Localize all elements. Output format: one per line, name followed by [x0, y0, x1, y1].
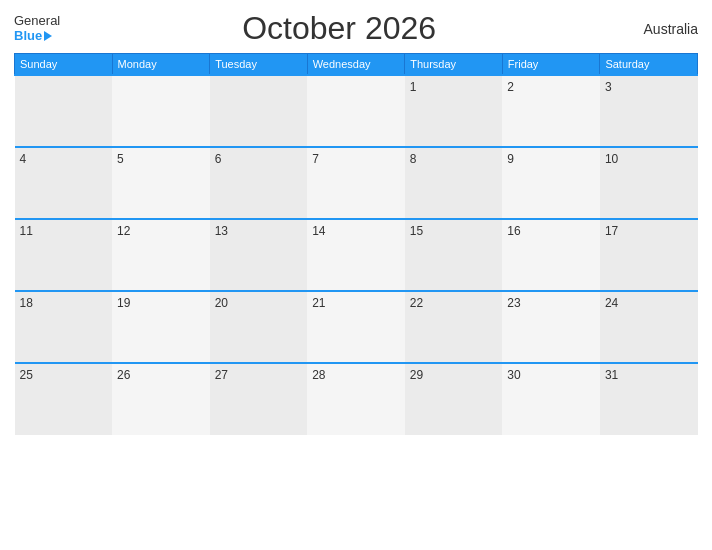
day-number-23: 23 — [507, 296, 520, 310]
header-saturday: Saturday — [600, 54, 698, 76]
day-number-25: 25 — [20, 368, 33, 382]
logo-general-text: General — [14, 14, 60, 28]
logo-triangle-icon — [44, 31, 52, 41]
day-number-8: 8 — [410, 152, 417, 166]
day-cell-21: 21 — [307, 291, 405, 363]
day-cell-28: 28 — [307, 363, 405, 435]
day-number-21: 21 — [312, 296, 325, 310]
calendar-header: General Blue October 2026 Australia — [14, 10, 698, 47]
day-cell-31: 31 — [600, 363, 698, 435]
day-cell-18: 18 — [15, 291, 113, 363]
day-cell-1: 1 — [405, 75, 503, 147]
calendar-container: General Blue October 2026 Australia Sund… — [0, 0, 712, 550]
logo: General Blue — [14, 14, 60, 43]
day-number-29: 29 — [410, 368, 423, 382]
day-number-1: 1 — [410, 80, 417, 94]
day-number-18: 18 — [20, 296, 33, 310]
day-number-3: 3 — [605, 80, 612, 94]
day-cell-7: 7 — [307, 147, 405, 219]
day-cell-3: 3 — [600, 75, 698, 147]
day-cell-23: 23 — [502, 291, 600, 363]
header-tuesday: Tuesday — [210, 54, 308, 76]
day-cell-11: 11 — [15, 219, 113, 291]
day-number-28: 28 — [312, 368, 325, 382]
header-friday: Friday — [502, 54, 600, 76]
day-number-7: 7 — [312, 152, 319, 166]
day-cell-10: 10 — [600, 147, 698, 219]
week-row-3: 11121314151617 — [15, 219, 698, 291]
day-number-9: 9 — [507, 152, 514, 166]
day-number-15: 15 — [410, 224, 423, 238]
day-cell-5: 5 — [112, 147, 210, 219]
empty-cell — [307, 75, 405, 147]
day-number-22: 22 — [410, 296, 423, 310]
day-cell-9: 9 — [502, 147, 600, 219]
empty-cell — [15, 75, 113, 147]
day-number-17: 17 — [605, 224, 618, 238]
day-number-19: 19 — [117, 296, 130, 310]
week-row-4: 18192021222324 — [15, 291, 698, 363]
day-cell-22: 22 — [405, 291, 503, 363]
day-number-16: 16 — [507, 224, 520, 238]
day-cell-4: 4 — [15, 147, 113, 219]
header-wednesday: Wednesday — [307, 54, 405, 76]
day-cell-16: 16 — [502, 219, 600, 291]
day-cell-26: 26 — [112, 363, 210, 435]
weekday-header-row: Sunday Monday Tuesday Wednesday Thursday… — [15, 54, 698, 76]
day-number-14: 14 — [312, 224, 325, 238]
country-label: Australia — [618, 21, 698, 37]
header-thursday: Thursday — [405, 54, 503, 76]
week-row-2: 45678910 — [15, 147, 698, 219]
day-number-27: 27 — [215, 368, 228, 382]
day-cell-12: 12 — [112, 219, 210, 291]
calendar-table: Sunday Monday Tuesday Wednesday Thursday… — [14, 53, 698, 435]
day-number-13: 13 — [215, 224, 228, 238]
day-number-12: 12 — [117, 224, 130, 238]
day-number-26: 26 — [117, 368, 130, 382]
day-cell-17: 17 — [600, 219, 698, 291]
day-number-11: 11 — [20, 224, 33, 238]
header-monday: Monday — [112, 54, 210, 76]
day-cell-29: 29 — [405, 363, 503, 435]
day-number-2: 2 — [507, 80, 514, 94]
day-cell-19: 19 — [112, 291, 210, 363]
day-cell-30: 30 — [502, 363, 600, 435]
week-row-5: 25262728293031 — [15, 363, 698, 435]
day-cell-6: 6 — [210, 147, 308, 219]
day-cell-24: 24 — [600, 291, 698, 363]
day-cell-25: 25 — [15, 363, 113, 435]
day-number-31: 31 — [605, 368, 618, 382]
day-cell-13: 13 — [210, 219, 308, 291]
logo-blue-text: Blue — [14, 29, 52, 43]
day-cell-20: 20 — [210, 291, 308, 363]
day-cell-14: 14 — [307, 219, 405, 291]
day-number-4: 4 — [20, 152, 27, 166]
day-number-5: 5 — [117, 152, 124, 166]
day-cell-27: 27 — [210, 363, 308, 435]
day-cell-2: 2 — [502, 75, 600, 147]
calendar-body: 1234567891011121314151617181920212223242… — [15, 75, 698, 435]
day-number-10: 10 — [605, 152, 618, 166]
day-number-24: 24 — [605, 296, 618, 310]
header-sunday: Sunday — [15, 54, 113, 76]
day-number-6: 6 — [215, 152, 222, 166]
day-number-20: 20 — [215, 296, 228, 310]
month-title: October 2026 — [60, 10, 618, 47]
week-row-1: 123 — [15, 75, 698, 147]
empty-cell — [112, 75, 210, 147]
day-cell-15: 15 — [405, 219, 503, 291]
day-number-30: 30 — [507, 368, 520, 382]
empty-cell — [210, 75, 308, 147]
day-cell-8: 8 — [405, 147, 503, 219]
